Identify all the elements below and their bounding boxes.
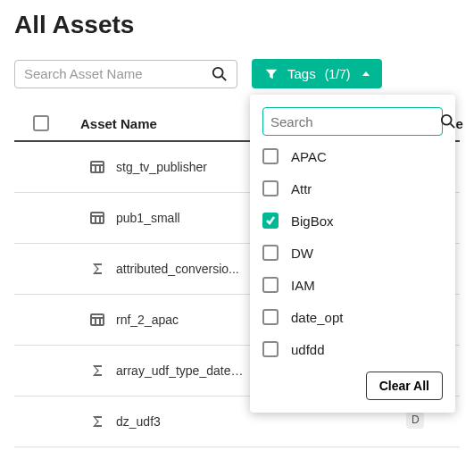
tag-option-label: BigBox	[291, 213, 334, 229]
checkbox-icon	[262, 277, 279, 293]
asset-name: attributed_conversio...	[116, 262, 239, 276]
asset-name: dz_udf3	[116, 414, 161, 429]
tag-option[interactable]: IAM	[262, 277, 443, 293]
tags-filter-button[interactable]: Tags (1/7)	[252, 59, 382, 88]
checkbox-icon	[262, 180, 279, 196]
tag-option-label: udfdd	[291, 342, 325, 357]
checkbox-icon	[262, 309, 279, 325]
checkbox-icon	[262, 245, 279, 261]
tag-option-label: date_opt	[291, 310, 343, 325]
sigma-icon	[89, 363, 105, 379]
tag-option[interactable]: date_opt	[262, 309, 443, 325]
page-title: All Assets	[14, 11, 460, 39]
tag-option-label: Attr	[291, 181, 312, 196]
table-icon	[89, 159, 105, 175]
asset-name: array_udf_type_date_...	[116, 363, 245, 378]
tag-option-label: APAC	[291, 149, 327, 164]
asset-name: stg_tv_publisher	[116, 160, 207, 174]
tags-filter-label: Tags	[287, 66, 316, 81]
tag-option-label: DW	[291, 246, 313, 261]
tag-option[interactable]: BigBox	[262, 213, 443, 229]
filter-icon	[264, 67, 279, 81]
asset-search-input[interactable]	[24, 66, 212, 81]
clear-all-button[interactable]: Clear All	[366, 372, 443, 400]
header-checkbox-cell	[14, 115, 68, 131]
tag-option-label: IAM	[291, 278, 315, 293]
asset-name: rnf_2_apac	[116, 313, 179, 327]
asset-search-box[interactable]	[14, 60, 237, 88]
checkbox-icon	[262, 213, 279, 229]
checkbox-icon	[262, 341, 279, 357]
table-icon	[89, 210, 105, 226]
tags-dropdown-search-input[interactable]	[270, 114, 440, 129]
search-icon	[440, 113, 456, 129]
tag-option[interactable]: udfdd	[262, 341, 443, 357]
tag-option[interactable]: Attr	[262, 180, 443, 196]
tag-option[interactable]: APAC	[262, 148, 443, 164]
caret-up-icon	[362, 71, 370, 76]
search-icon	[212, 66, 228, 82]
table-icon	[89, 312, 105, 328]
tag-option[interactable]: DW	[262, 245, 443, 261]
checkbox-icon	[262, 148, 279, 164]
tag-chip[interactable]: D	[406, 411, 424, 429]
asset-name: pub1_small	[116, 211, 180, 225]
tags-dropdown-search[interactable]	[262, 107, 443, 136]
sigma-icon	[89, 413, 105, 430]
sigma-icon	[89, 261, 105, 277]
tags-dropdown: APACAttrBigBoxDWIAMdate_optudfdd Clear A…	[250, 95, 455, 413]
tags-filter-count: (1/7)	[325, 67, 351, 81]
select-all-checkbox[interactable]	[33, 115, 49, 131]
